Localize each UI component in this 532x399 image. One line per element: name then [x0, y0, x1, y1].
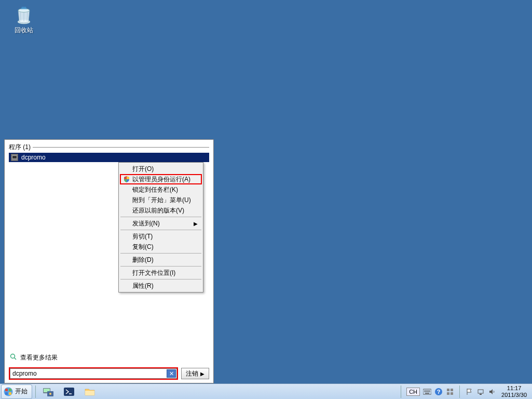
- clock-time: 11:17: [501, 385, 527, 391]
- menu-open-location[interactable]: 打开文件位置(I): [120, 268, 202, 278]
- svg-rect-9: [5, 392, 8, 395]
- logout-label: 注销: [186, 369, 198, 378]
- chevron-right-icon: ▶: [194, 221, 198, 227]
- menu-label: 剪切(T): [132, 232, 153, 241]
- menu-delete[interactable]: 删除(D): [120, 255, 202, 265]
- menu-pin-taskbar[interactable]: 锁定到任务栏(K): [120, 184, 202, 195]
- svg-rect-23: [447, 389, 449, 391]
- menu-label: 复制(C): [132, 243, 154, 251]
- menu-pin-start[interactable]: 附到「开始」菜单(U): [120, 195, 202, 205]
- menu-label: 发送到(N): [132, 219, 160, 228]
- shield-icon: [123, 176, 130, 183]
- menu-label: 还原以前的版本(V): [132, 206, 184, 215]
- svg-rect-27: [478, 390, 483, 393]
- menu-separator: [120, 253, 201, 254]
- flag-icon[interactable]: [465, 388, 473, 396]
- programs-header-label: 程序 (1): [9, 143, 31, 152]
- menu-label: 以管理员身份运行(A): [132, 175, 190, 184]
- see-more-label: 查看更多结果: [20, 353, 58, 362]
- program-icon: [11, 154, 18, 161]
- menu-properties[interactable]: 属性(R): [120, 281, 202, 291]
- windows-logo-icon: [4, 387, 13, 396]
- menu-copy[interactable]: 复制(C): [120, 242, 202, 252]
- menu-label: 锁定到任务栏(K): [132, 185, 178, 194]
- header-line: [33, 147, 209, 148]
- taskbar-separator: [35, 385, 36, 398]
- help-icon[interactable]: ?: [434, 388, 443, 396]
- language-label: CH: [409, 389, 417, 395]
- svg-rect-26: [451, 392, 453, 395]
- search-icon: [10, 353, 17, 362]
- logout-button[interactable]: 注销 ▶: [181, 368, 209, 379]
- menu-cut[interactable]: 剪切(T): [120, 231, 202, 242]
- menu-separator: [120, 279, 201, 280]
- network-icon[interactable]: [476, 388, 485, 396]
- recycle-bin-label: 回收站: [10, 26, 37, 35]
- svg-rect-3: [12, 156, 17, 158]
- svg-rect-10: [9, 392, 11, 395]
- svg-point-4: [11, 354, 15, 358]
- search-row: ✕ 注销 ▶: [9, 367, 209, 380]
- svg-rect-24: [451, 389, 453, 391]
- menu-run-as-admin[interactable]: 以管理员身份运行(A): [120, 174, 202, 184]
- start-button[interactable]: 开始: [1, 384, 32, 399]
- menu-restore-prev[interactable]: 还原以前的版本(V): [120, 205, 202, 216]
- context-menu: 打开(O) 以管理员身份运行(A) 锁定到任务栏(K) 附到「开始」菜单(U) …: [118, 162, 203, 292]
- keyboard-icon[interactable]: [423, 388, 431, 396]
- svg-rect-25: [447, 392, 449, 395]
- program-item-dcpromo[interactable]: dcpromo: [9, 153, 209, 162]
- svg-text:?: ?: [437, 389, 441, 395]
- svg-rect-28: [480, 394, 482, 395]
- menu-open[interactable]: 打开(O): [120, 164, 202, 174]
- svg-rect-16: [85, 391, 94, 395]
- programs-header: 程序 (1): [9, 143, 209, 152]
- taskbar-separator: [401, 385, 401, 398]
- explorer-icon[interactable]: [81, 385, 98, 398]
- menu-label: 删除(D): [132, 256, 154, 264]
- search-input-wrap: ✕: [9, 367, 178, 380]
- clear-search-button[interactable]: ✕: [167, 369, 176, 378]
- menu-label: 打开文件位置(I): [132, 269, 175, 277]
- search-input[interactable]: [10, 368, 177, 379]
- menu-label: 附到「开始」菜单(U): [132, 196, 191, 205]
- menu-separator: [120, 266, 201, 267]
- svg-rect-7: [5, 389, 8, 391]
- chevron-right-icon: ▶: [200, 371, 204, 377]
- system-tray: CH ? 11:17 2011/3/30: [399, 384, 532, 399]
- taskbar-separator: [459, 385, 460, 398]
- menu-separator: [120, 217, 201, 217]
- server-manager-icon[interactable]: [40, 385, 57, 398]
- powershell-icon[interactable]: [61, 385, 77, 398]
- svg-rect-8: [9, 389, 11, 391]
- svg-line-5: [15, 358, 17, 360]
- language-indicator[interactable]: CH: [406, 388, 420, 396]
- menu-send-to[interactable]: 发送到(N) ▶: [120, 218, 202, 229]
- svg-point-14: [49, 393, 51, 395]
- volume-icon[interactable]: [488, 388, 496, 396]
- menu-label: 属性(R): [132, 282, 154, 290]
- menu-label: 打开(O): [132, 165, 154, 174]
- tray-misc-icon[interactable]: [446, 388, 454, 396]
- taskbar: 开始 CH ? 11:17: [0, 383, 532, 399]
- clock-date: 2011/3/30: [501, 392, 527, 398]
- recycle-bin[interactable]: 回收站: [10, 4, 37, 35]
- see-more-results[interactable]: 查看更多结果: [9, 351, 209, 364]
- start-label: 开始: [15, 387, 28, 396]
- clock[interactable]: 11:17 2011/3/30: [499, 385, 529, 397]
- program-item-label: dcpromo: [21, 154, 46, 161]
- menu-separator: [120, 230, 201, 230]
- recycle-bin-icon: [13, 4, 34, 25]
- close-icon: ✕: [169, 370, 174, 377]
